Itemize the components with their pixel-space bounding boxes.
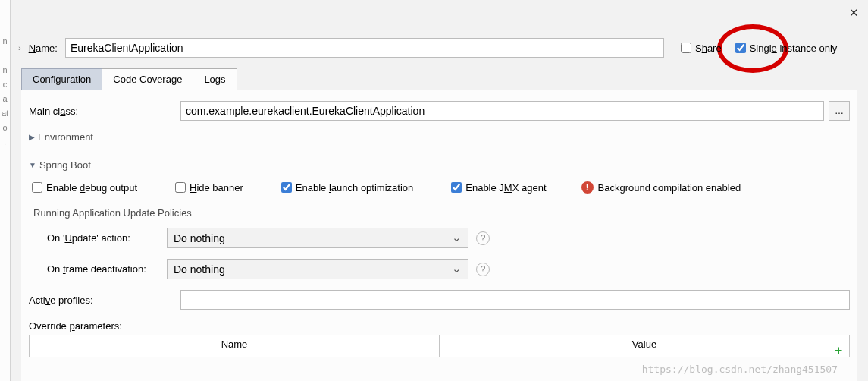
chevron-right-icon [29, 133, 35, 141]
on-update-dropdown[interactable]: Do nothing [167, 228, 468, 248]
running-policies-title: Running Application Update Policies [33, 207, 850, 219]
close-icon[interactable]: ✕ [849, 6, 859, 20]
add-parameter-button[interactable]: + [827, 343, 850, 359]
hide-banner-checkbox[interactable]: Hide banner [172, 180, 243, 195]
active-profiles-label: Active profiles: [29, 294, 180, 306]
main-class-label: Main class: [29, 105, 180, 117]
environment-title: Environment [38, 131, 93, 143]
divider [97, 165, 850, 165]
share-checkbox[interactable]: Share [678, 40, 722, 55]
chevron-left-icon[interactable]: › [18, 43, 21, 52]
on-frame-label: On frame deactivation: [29, 263, 167, 275]
single-instance-checkbox[interactable]: Single instance only [732, 40, 838, 55]
on-frame-dropdown[interactable]: Do nothing [167, 259, 468, 279]
override-parameters-label: Override parameters: [29, 320, 850, 332]
table-header-name: Name [30, 335, 440, 357]
divider [99, 137, 850, 137]
left-panel-strip: n ncaato. [0, 0, 11, 381]
spring-boot-section-header[interactable]: Spring Boot [29, 159, 850, 171]
enable-launch-opt-checkbox[interactable]: Enable launch optimization [278, 180, 413, 195]
active-profiles-input[interactable] [180, 290, 850, 310]
on-update-label: On 'Update' action: [29, 232, 167, 244]
environment-section-header[interactable]: Environment [29, 131, 850, 143]
tab-configuration[interactable]: Configuration [21, 68, 102, 90]
tab-code-coverage[interactable]: Code Coverage [102, 68, 193, 90]
enable-jmx-checkbox[interactable]: Enable JMX agent [448, 180, 546, 195]
error-icon: ! [581, 181, 594, 194]
watermark-text: https://blog.csdn.net/zhang451507 [642, 364, 838, 375]
browse-main-class-button[interactable]: … [829, 101, 850, 121]
chevron-down-icon [29, 161, 36, 169]
name-input[interactable] [65, 38, 664, 58]
name-label: Name: [29, 43, 58, 54]
spring-boot-title: Spring Boot [39, 159, 91, 171]
background-compilation-status: ! Background compilation enabled [581, 181, 741, 194]
enable-debug-checkbox[interactable]: Enable debug output [29, 180, 137, 195]
table-header-value: Value [440, 335, 849, 357]
override-parameters-table: Name Value [29, 335, 850, 357]
help-icon[interactable]: ? [476, 231, 490, 245]
tab-logs[interactable]: Logs [193, 68, 237, 90]
main-class-input[interactable] [180, 101, 824, 121]
help-icon[interactable]: ? [476, 263, 490, 276]
